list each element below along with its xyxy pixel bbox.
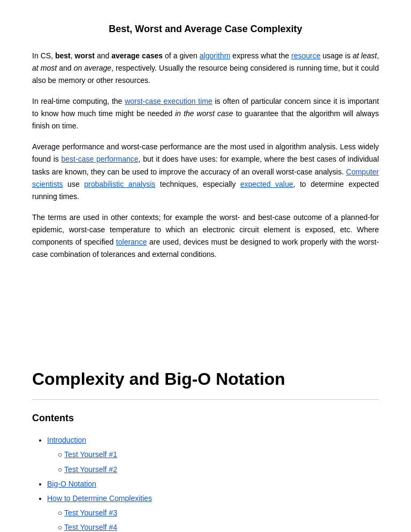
bold-worst: worst	[75, 51, 95, 60]
contents-list: Introduction Test Yourself #1 Test Yours…	[32, 434, 379, 532]
link-test-yourself-2[interactable]: Test Yourself #2	[64, 465, 117, 474]
italic-at-least: at least	[353, 51, 377, 60]
link-bigo[interactable]: Big-O Notation	[47, 480, 96, 488]
section-2-title: Complexity and Big-O Notation	[32, 366, 379, 393]
paragraph-4: The terms are used in other contexts; fo…	[32, 211, 379, 261]
sub-list-item-test4: Test Yourself #4	[58, 521, 379, 532]
introduction-subitems: Test Yourself #1 Test Yourself #2	[47, 448, 379, 476]
italic-at-most: at most	[32, 64, 57, 72]
spacer	[0, 285, 411, 349]
link-test-yourself-4[interactable]: Test Yourself #4	[64, 523, 117, 531]
italic-worst-case: in the worst case	[175, 109, 233, 118]
list-item-introduction: Introduction Test Yourself #1 Test Yours…	[47, 434, 379, 476]
contents-heading: Contents	[32, 411, 379, 426]
sub-list-item-test3: Test Yourself #3	[58, 506, 379, 520]
bold-average: average cases	[111, 51, 163, 60]
list-item-determine: How to Determine Complexities Test Yours…	[47, 492, 379, 532]
link-expected-value[interactable]: expected value	[240, 180, 293, 188]
paragraph-3: Average performance and worst-case perfo…	[32, 141, 379, 202]
section-divider	[32, 399, 379, 400]
link-algorithm[interactable]: algorithm	[200, 51, 231, 60]
link-resource[interactable]: resource	[291, 51, 320, 60]
link-test-yourself-3[interactable]: Test Yourself #3	[64, 508, 117, 517]
page-container: Best, Worst and Average Case Complexity …	[0, 0, 411, 532]
link-wcet[interactable]: worst-case execution time	[125, 97, 212, 105]
link-tolerance[interactable]: tolerance	[116, 238, 147, 246]
section-1: Best, Worst and Average Case Complexity …	[0, 0, 411, 285]
bold-best: best	[55, 51, 71, 60]
link-best-case-perf[interactable]: best-case performance	[62, 155, 139, 163]
link-test-yourself-1[interactable]: Test Yourself #1	[64, 450, 117, 459]
determine-subitems: Test Yourself #3 Test Yourself #4	[47, 506, 379, 532]
list-item-bigo: Big-O Notation	[47, 477, 379, 491]
link-introduction[interactable]: Introduction	[47, 436, 86, 444]
link-determine[interactable]: How to Determine Complexities	[47, 494, 152, 503]
paragraph-2: In real-time computing, the worst-case e…	[32, 95, 379, 132]
sub-list-item-test2: Test Yourself #2	[58, 463, 379, 476]
section-1-title: Best, Worst and Average Case Complexity	[32, 21, 379, 37]
italic-on-average: on average	[74, 64, 111, 72]
section-2: Complexity and Big-O Notation Contents I…	[0, 349, 411, 532]
link-probabilistic[interactable]: probabilistic analysis	[84, 180, 155, 188]
paragraph-1: In CS, best, worst and average cases of …	[32, 50, 379, 87]
sub-list-item-test1: Test Yourself #1	[58, 448, 379, 461]
